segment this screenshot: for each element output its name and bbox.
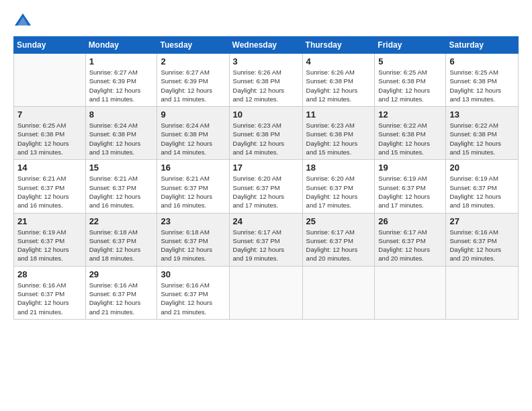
day-info: Sunrise: 6:16 AM Sunset: 6:37 PM Dayligh… — [161, 281, 225, 316]
calendar-cell — [446, 266, 519, 319]
calendar-cell: 14Sunrise: 6:21 AM Sunset: 6:37 PM Dayli… — [14, 160, 86, 213]
day-number: 4 — [306, 56, 371, 66]
calendar-cell: 11Sunrise: 6:23 AM Sunset: 6:38 PM Dayli… — [302, 107, 375, 160]
day-number: 15 — [89, 163, 154, 173]
day-number: 28 — [17, 269, 82, 279]
day-number: 2 — [161, 56, 225, 66]
day-number: 19 — [378, 163, 442, 173]
day-number: 23 — [161, 216, 225, 226]
calendar-cell: 30Sunrise: 6:16 AM Sunset: 6:37 PM Dayli… — [157, 266, 229, 319]
header — [13, 11, 519, 30]
logo — [13, 11, 35, 30]
day-number: 10 — [233, 109, 299, 120]
weekday-header-monday: Monday — [85, 37, 157, 54]
day-info: Sunrise: 6:20 AM Sunset: 6:37 PM Dayligh… — [233, 174, 299, 210]
day-info: Sunrise: 6:22 AM Sunset: 6:38 PM Dayligh… — [378, 121, 442, 156]
day-number: 25 — [306, 216, 371, 226]
day-info: Sunrise: 6:21 AM Sunset: 6:37 PM Dayligh… — [89, 174, 154, 210]
calendar-cell: 23Sunrise: 6:18 AM Sunset: 6:37 PM Dayli… — [157, 213, 229, 266]
day-number: 21 — [17, 216, 82, 226]
calendar-cell: 5Sunrise: 6:25 AM Sunset: 6:38 PM Daylig… — [375, 54, 446, 107]
day-number: 29 — [89, 269, 154, 279]
day-info: Sunrise: 6:19 AM Sunset: 6:37 PM Dayligh… — [449, 174, 515, 210]
calendar-cell: 25Sunrise: 6:17 AM Sunset: 6:37 PM Dayli… — [302, 213, 375, 266]
calendar-cell: 19Sunrise: 6:19 AM Sunset: 6:37 PM Dayli… — [375, 160, 446, 213]
day-number: 16 — [161, 163, 225, 173]
week-row-1: 1Sunrise: 6:27 AM Sunset: 6:39 PM Daylig… — [14, 54, 519, 107]
day-number: 20 — [449, 163, 515, 173]
day-info: Sunrise: 6:25 AM Sunset: 6:38 PM Dayligh… — [17, 121, 82, 156]
calendar-cell: 13Sunrise: 6:22 AM Sunset: 6:38 PM Dayli… — [446, 107, 519, 160]
day-number: 3 — [233, 56, 299, 66]
day-info: Sunrise: 6:27 AM Sunset: 6:39 PM Dayligh… — [161, 68, 225, 103]
calendar-cell: 6Sunrise: 6:25 AM Sunset: 6:38 PM Daylig… — [446, 54, 519, 107]
calendar-cell — [229, 266, 302, 319]
calendar-cell: 24Sunrise: 6:17 AM Sunset: 6:37 PM Dayli… — [229, 213, 302, 266]
page: SundayMondayTuesdayWednesdayThursdayFrid… — [0, 0, 532, 326]
day-info: Sunrise: 6:26 AM Sunset: 6:38 PM Dayligh… — [306, 68, 371, 103]
calendar-cell: 18Sunrise: 6:20 AM Sunset: 6:37 PM Dayli… — [302, 160, 375, 213]
day-number: 1 — [89, 56, 154, 66]
calendar-cell: 2Sunrise: 6:27 AM Sunset: 6:39 PM Daylig… — [157, 54, 229, 107]
day-info: Sunrise: 6:16 AM Sunset: 6:37 PM Dayligh… — [449, 228, 515, 263]
logo-icon — [13, 11, 32, 30]
calendar-cell — [14, 54, 86, 107]
day-number: 13 — [449, 109, 515, 120]
day-info: Sunrise: 6:23 AM Sunset: 6:38 PM Dayligh… — [306, 121, 371, 156]
day-number: 6 — [449, 56, 515, 66]
calendar-cell: 4Sunrise: 6:26 AM Sunset: 6:38 PM Daylig… — [302, 54, 375, 107]
day-info: Sunrise: 6:19 AM Sunset: 6:37 PM Dayligh… — [17, 228, 82, 263]
day-info: Sunrise: 6:18 AM Sunset: 6:37 PM Dayligh… — [161, 228, 225, 263]
day-info: Sunrise: 6:16 AM Sunset: 6:37 PM Dayligh… — [89, 281, 154, 316]
day-number: 22 — [89, 216, 154, 226]
day-info: Sunrise: 6:21 AM Sunset: 6:37 PM Dayligh… — [161, 174, 225, 210]
calendar-cell — [302, 266, 375, 319]
week-row-4: 21Sunrise: 6:19 AM Sunset: 6:37 PM Dayli… — [14, 213, 519, 266]
calendar-cell: 9Sunrise: 6:24 AM Sunset: 6:38 PM Daylig… — [157, 107, 229, 160]
day-info: Sunrise: 6:19 AM Sunset: 6:37 PM Dayligh… — [378, 174, 442, 210]
calendar-cell: 26Sunrise: 6:17 AM Sunset: 6:37 PM Dayli… — [375, 213, 446, 266]
day-number: 11 — [306, 109, 371, 120]
day-info: Sunrise: 6:17 AM Sunset: 6:37 PM Dayligh… — [378, 228, 442, 263]
calendar-cell: 12Sunrise: 6:22 AM Sunset: 6:38 PM Dayli… — [375, 107, 446, 160]
day-number: 24 — [233, 216, 299, 226]
day-number: 12 — [378, 109, 442, 120]
day-number: 18 — [306, 163, 371, 173]
day-number: 8 — [89, 109, 154, 120]
weekday-header-thursday: Thursday — [302, 37, 375, 54]
week-row-2: 7Sunrise: 6:25 AM Sunset: 6:38 PM Daylig… — [14, 107, 519, 160]
calendar-cell: 10Sunrise: 6:23 AM Sunset: 6:38 PM Dayli… — [229, 107, 302, 160]
day-number: 17 — [233, 163, 299, 173]
calendar-cell: 22Sunrise: 6:18 AM Sunset: 6:37 PM Dayli… — [85, 213, 157, 266]
day-number: 7 — [17, 109, 82, 120]
calendar-cell: 1Sunrise: 6:27 AM Sunset: 6:39 PM Daylig… — [85, 54, 157, 107]
calendar-cell: 8Sunrise: 6:24 AM Sunset: 6:38 PM Daylig… — [85, 107, 157, 160]
day-info: Sunrise: 6:17 AM Sunset: 6:37 PM Dayligh… — [306, 228, 371, 263]
calendar-cell: 3Sunrise: 6:26 AM Sunset: 6:38 PM Daylig… — [229, 54, 302, 107]
calendar-cell: 21Sunrise: 6:19 AM Sunset: 6:37 PM Dayli… — [14, 213, 86, 266]
weekday-header-wednesday: Wednesday — [229, 37, 302, 54]
day-info: Sunrise: 6:26 AM Sunset: 6:38 PM Dayligh… — [233, 68, 299, 103]
weekday-header-friday: Friday — [375, 37, 446, 54]
weekday-header-saturday: Saturday — [446, 37, 519, 54]
day-info: Sunrise: 6:25 AM Sunset: 6:38 PM Dayligh… — [449, 68, 515, 103]
calendar-cell: 17Sunrise: 6:20 AM Sunset: 6:37 PM Dayli… — [229, 160, 302, 213]
calendar-cell — [375, 266, 446, 319]
day-number: 30 — [161, 269, 225, 279]
day-info: Sunrise: 6:22 AM Sunset: 6:38 PM Dayligh… — [449, 121, 515, 156]
week-row-3: 14Sunrise: 6:21 AM Sunset: 6:37 PM Dayli… — [14, 160, 519, 213]
day-info: Sunrise: 6:24 AM Sunset: 6:38 PM Dayligh… — [161, 121, 225, 156]
day-number: 14 — [17, 163, 82, 173]
calendar-cell: 29Sunrise: 6:16 AM Sunset: 6:37 PM Dayli… — [85, 266, 157, 319]
day-info: Sunrise: 6:16 AM Sunset: 6:37 PM Dayligh… — [17, 281, 82, 316]
calendar-cell: 16Sunrise: 6:21 AM Sunset: 6:37 PM Dayli… — [157, 160, 229, 213]
calendar-cell: 28Sunrise: 6:16 AM Sunset: 6:37 PM Dayli… — [14, 266, 86, 319]
weekday-header-tuesday: Tuesday — [157, 37, 229, 54]
day-info: Sunrise: 6:25 AM Sunset: 6:38 PM Dayligh… — [378, 68, 442, 103]
day-info: Sunrise: 6:18 AM Sunset: 6:37 PM Dayligh… — [89, 228, 154, 263]
day-number: 26 — [378, 216, 442, 226]
calendar-cell: 7Sunrise: 6:25 AM Sunset: 6:38 PM Daylig… — [14, 107, 86, 160]
day-number: 9 — [161, 109, 225, 120]
weekday-header-sunday: Sunday — [14, 37, 86, 54]
day-info: Sunrise: 6:21 AM Sunset: 6:37 PM Dayligh… — [17, 174, 82, 210]
